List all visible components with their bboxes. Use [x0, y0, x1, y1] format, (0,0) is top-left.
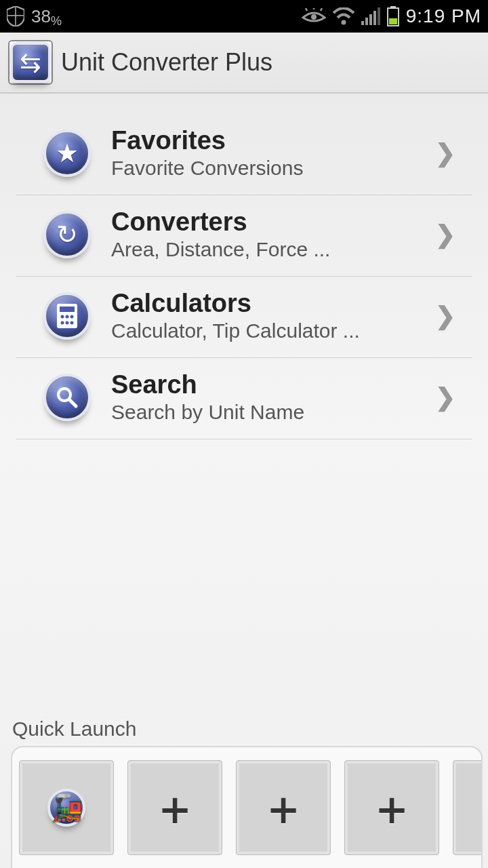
menu-item-favorites[interactable]: ★ Favorites Favorite Conversions ❯: [16, 114, 472, 195]
robot-icon: 🚂: [47, 789, 85, 827]
menu-item-calculators[interactable]: Calculators Calculator, Tip Calculator .…: [16, 277, 472, 358]
svg-rect-9: [369, 14, 372, 25]
app-title: Unit Converter Plus: [61, 48, 272, 77]
svg-line-5: [321, 8, 322, 11]
svg-point-21: [66, 321, 69, 324]
quick-launch-tile-add[interactable]: ＋: [236, 760, 331, 855]
signal-icon: [361, 7, 380, 25]
wifi-icon: [333, 7, 354, 25]
menu-item-search[interactable]: Search Search by Unit Name ❯: [16, 358, 472, 439]
svg-point-18: [66, 315, 69, 318]
star-icon: ★: [43, 130, 91, 177]
svg-point-6: [341, 20, 346, 25]
chevron-right-icon: ❯: [435, 383, 455, 412]
svg-point-19: [70, 315, 74, 318]
menu-item-title: Search: [111, 370, 435, 399]
menu-item-subtitle: Search by Unit Name: [111, 401, 435, 424]
quick-launch-bar[interactable]: 🚂 ＋ ＋ ＋ ＋: [11, 746, 483, 868]
refresh-icon: ↻: [43, 211, 91, 258]
svg-point-22: [70, 321, 74, 324]
menu-item-title: Converters: [111, 208, 435, 237]
chevron-right-icon: ❯: [435, 220, 455, 249]
quick-launch-label: Quick Launch: [0, 717, 488, 746]
menu-item-title: Calculators: [111, 289, 435, 318]
svg-rect-8: [365, 18, 368, 25]
menu-item-subtitle: Favorite Conversions: [111, 157, 435, 180]
svg-rect-14: [389, 18, 397, 24]
menu-item-converters[interactable]: ↻ Converters Area, Distance, Force ... ❯: [16, 195, 472, 277]
quick-launch-tile-app[interactable]: 🚂: [19, 760, 114, 855]
svg-line-3: [306, 8, 307, 11]
svg-point-17: [61, 315, 64, 318]
plus-icon: ＋: [260, 785, 306, 831]
action-bar: ⇆ Unit Converter Plus: [0, 33, 488, 94]
battery-icon: [387, 6, 399, 26]
status-bar: 38% 9:19 PM: [0, 0, 488, 33]
menu-item-subtitle: Calculator, Tip Calculator ...: [111, 319, 435, 342]
plus-icon: ＋: [152, 785, 198, 831]
menu-item-title: Favorites: [111, 126, 435, 155]
quick-launch-tile-add[interactable]: ＋: [344, 760, 439, 855]
clock: 9:19 PM: [406, 5, 481, 27]
svg-rect-16: [60, 307, 75, 312]
battery-percent: 38%: [31, 6, 62, 27]
eye-icon: [302, 8, 326, 24]
plus-icon: ＋: [369, 785, 415, 831]
shield-icon: [7, 6, 24, 26]
svg-rect-10: [373, 11, 376, 25]
plus-icon: ＋: [477, 785, 483, 831]
menu-item-subtitle: Area, Distance, Force ...: [111, 238, 435, 261]
chevron-right-icon: ❯: [435, 302, 455, 330]
svg-rect-11: [378, 7, 380, 25]
svg-line-24: [69, 399, 76, 406]
calculator-icon: [43, 292, 91, 340]
main-menu: ★ Favorites Favorite Conversions ❯ ↻ Con…: [0, 94, 488, 717]
app-icon: ⇆: [8, 40, 53, 85]
svg-point-2: [311, 14, 317, 20]
svg-rect-7: [361, 21, 364, 25]
chevron-right-icon: ❯: [435, 139, 455, 167]
quick-launch-tile-add[interactable]: ＋: [453, 760, 483, 855]
svg-point-20: [61, 321, 64, 324]
search-icon: [43, 374, 91, 421]
quick-launch-tile-add[interactable]: ＋: [127, 760, 222, 855]
